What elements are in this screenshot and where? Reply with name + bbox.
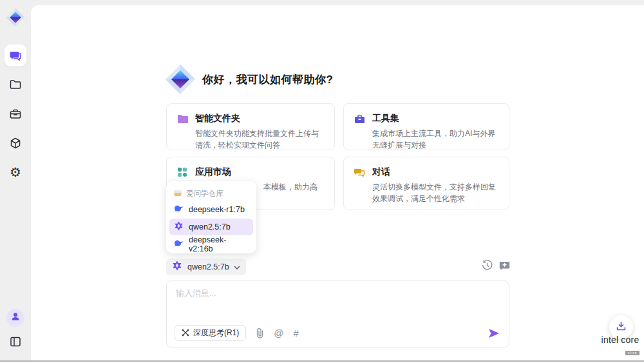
app-logo-icon bbox=[6, 8, 25, 27]
card-desc: 智能文件夹功能支持批量文件上传与清洗，轻松实现文件问答 bbox=[195, 128, 324, 151]
chat-gold-icon bbox=[354, 167, 366, 178]
chevron-down-icon bbox=[234, 261, 240, 273]
gear-icon: ⚙ bbox=[10, 166, 21, 179]
sidebar-item-chat[interactable] bbox=[5, 44, 26, 66]
intel-badge: ultra bbox=[625, 351, 640, 355]
model-dropdown: 爱问学仓库 deepseek-r1:7b qwen2.5:7b bbox=[166, 181, 256, 253]
greeting-logo-icon bbox=[165, 64, 196, 95]
model-dropdown-header: 爱问学仓库 bbox=[166, 186, 256, 201]
sidebar-item-toolbox[interactable] bbox=[5, 103, 26, 125]
sidebar: ⚙ bbox=[0, 0, 31, 360]
deepseek-whale-icon bbox=[174, 204, 184, 215]
sidebar-item-folders[interactable] bbox=[5, 74, 26, 95]
selected-model-label: qwen2.5:7b bbox=[187, 262, 229, 271]
model-option-deepseek-v2[interactable]: deepseek-v2:16b bbox=[169, 236, 253, 253]
model-option-label: deepseek-r1:7b bbox=[189, 205, 245, 214]
card-title: 对话 bbox=[372, 166, 390, 178]
chat-actions bbox=[482, 260, 510, 271]
model-option-deepseek-r1[interactable]: deepseek-r1:7b bbox=[169, 201, 253, 218]
card-desc: 灵活切换多模型文件，支持多样回复效果调试，满足个性化需求 bbox=[372, 181, 498, 204]
sidebar-item-profile[interactable] bbox=[6, 309, 24, 327]
panel-icon bbox=[9, 335, 22, 348]
folder-icon bbox=[9, 78, 22, 91]
model-option-qwen[interactable]: qwen2.5:7b bbox=[169, 219, 253, 235]
model-option-label: deepseek-v2:16b bbox=[189, 235, 249, 253]
new-chat-icon[interactable] bbox=[499, 260, 510, 271]
folder-purple-icon bbox=[177, 113, 189, 124]
app-window: ⚙ bbox=[0, 0, 644, 363]
deep-think-label: 深度思考(R1) bbox=[193, 328, 239, 338]
card-title: 应用市场 bbox=[195, 166, 231, 178]
composer-toolbar: 深度思考(R1) @ # bbox=[175, 325, 500, 341]
composer: 深度思考(R1) @ # bbox=[166, 280, 509, 348]
card-title: 工具集 bbox=[372, 113, 399, 124]
repository-name: 爱问学仓库 bbox=[186, 189, 223, 199]
mention-icon[interactable]: @ bbox=[274, 328, 283, 338]
model-option-label: qwen2.5:7b bbox=[189, 222, 231, 231]
repository-icon bbox=[174, 188, 182, 199]
qwen-icon bbox=[172, 260, 182, 273]
greeting-title: 你好，我可以如何帮助你? bbox=[202, 72, 333, 87]
attachment-icon[interactable] bbox=[256, 328, 264, 338]
history-clock-icon[interactable] bbox=[482, 260, 493, 271]
cube-icon bbox=[9, 137, 22, 150]
grid-teal-icon bbox=[177, 167, 189, 178]
deepseek-whale-icon bbox=[174, 239, 184, 250]
send-icon[interactable] bbox=[488, 328, 500, 338]
sidebar-item-collapse[interactable] bbox=[5, 331, 26, 353]
model-selector[interactable]: qwen2.5:7b bbox=[166, 259, 246, 275]
briefcase-icon bbox=[9, 108, 22, 121]
card-toolset[interactable]: 工具集 集成市场上主流工具，助力AI与外界无缝扩展与对接 bbox=[343, 103, 509, 150]
qwen-icon bbox=[174, 221, 184, 233]
intel-core-logo: intel core ultra bbox=[596, 335, 644, 357]
card-desc: 集成市场上主流工具，助力AI与外界无缝扩展与对接 bbox=[372, 128, 498, 151]
intel-brand-text: intel core bbox=[596, 335, 644, 345]
deep-think-toggle[interactable]: 深度思考(R1) bbox=[175, 325, 246, 341]
card-smart-folder[interactable]: 智能文件夹 智能文件夹功能支持批量文件上传与清洗，轻松实现文件问答 bbox=[166, 103, 335, 150]
download-icon bbox=[616, 320, 627, 334]
message-input[interactable] bbox=[176, 288, 498, 319]
chat-bubble-icon bbox=[9, 49, 22, 62]
hash-icon[interactable]: # bbox=[294, 328, 299, 338]
user-icon bbox=[10, 311, 21, 324]
card-conversation[interactable]: 对话 灵活切换多模型文件，支持多样回复效果调试，满足个性化需求 bbox=[343, 157, 509, 210]
sidebar-item-settings[interactable]: ⚙ bbox=[5, 161, 26, 183]
briefcase-purple-icon bbox=[354, 113, 366, 124]
deep-think-icon bbox=[182, 328, 189, 339]
greeting: 你好，我可以如何帮助你? bbox=[165, 64, 333, 95]
sidebar-item-models[interactable] bbox=[5, 132, 26, 154]
card-title: 智能文件夹 bbox=[195, 113, 240, 124]
